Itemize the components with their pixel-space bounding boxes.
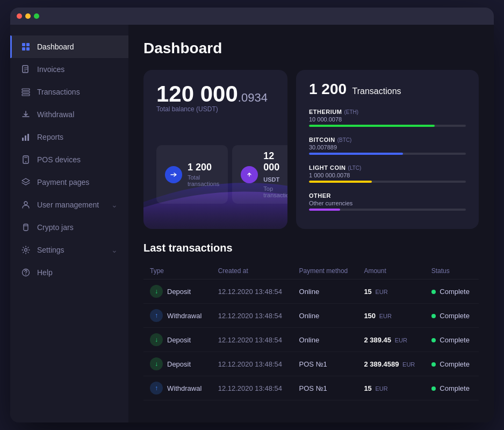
- tx-type-label: Withdrawal: [167, 384, 201, 392]
- tx-created-at: 12.12.2020 13:48:54: [212, 304, 293, 328]
- tx-method: Online: [293, 304, 358, 328]
- sidebar-item-settings[interactable]: Settings ⌄: [10, 239, 128, 261]
- svg-rect-11: [22, 138, 24, 141]
- sidebar-label-pos-devices: POS devices: [37, 155, 81, 164]
- sidebar-item-transactions[interactable]: Transactions: [10, 81, 128, 103]
- top-cards-row: 120 000.0934 Total balance (USDT): [143, 70, 479, 229]
- col-header-created-at: Created at: [212, 263, 293, 280]
- tx-method: Online: [293, 280, 358, 304]
- jar-icon: [21, 223, 31, 232]
- col-header-amount: Amount: [357, 263, 424, 280]
- top-transaction-icon: [241, 166, 258, 183]
- stat-total-transactions: 1 200 Total transactions: [156, 145, 228, 204]
- bar-chart-icon: [21, 132, 31, 142]
- status-label: Complete: [440, 312, 470, 320]
- crypto-name-ltc: LIGHT COIN: [309, 164, 346, 171]
- svg-point-15: [25, 161, 26, 162]
- crypto-row-other: OTHER Other currencies: [309, 190, 466, 211]
- status-label: Complete: [440, 384, 470, 392]
- sidebar-item-help[interactable]: Help: [10, 261, 128, 284]
- sidebar-item-pos-devices[interactable]: POS devices: [10, 148, 128, 171]
- sidebar-item-user-management[interactable]: User management ⌄: [10, 194, 128, 216]
- tx-type-cell: ↓ Deposit: [143, 352, 212, 376]
- svg-rect-8: [22, 89, 30, 90]
- table-row: ↓ Deposit 12.12.2020 13:48:54 Online 15 …: [143, 280, 479, 304]
- crypto-amount-other: Other currencies: [309, 200, 466, 206]
- tx-amount: 2 389.4589 EUR: [357, 352, 424, 376]
- svg-rect-13: [27, 134, 29, 141]
- svg-rect-10: [22, 94, 30, 96]
- svg-point-22: [25, 274, 26, 275]
- browser-dot-red[interactable]: [17, 13, 22, 19]
- tx-type-label: Deposit: [167, 360, 191, 368]
- sidebar-label-user-management: User management: [37, 200, 99, 209]
- tx-amount: 15 EUR: [357, 376, 424, 400]
- table-row: ↓ Deposit 12.12.2020 13:48:54 POS №1 2 3…: [143, 352, 479, 376]
- tx-created-at: 12.12.2020 13:48:54: [212, 376, 293, 400]
- browser-dot-yellow[interactable]: [25, 13, 31, 19]
- stat-top-transaction-value: 12 000 USDT: [263, 150, 287, 184]
- download-icon: [21, 110, 31, 119]
- svg-rect-9: [22, 91, 30, 93]
- sidebar-item-payment-pages[interactable]: Payment pages: [10, 171, 128, 194]
- progress-ltc-fill: [309, 181, 372, 183]
- tx-amount: 15 EUR: [357, 280, 424, 304]
- sidebar-label-withdrawal: Withdrawal: [37, 110, 74, 119]
- tx-amount: 150 EUR: [357, 304, 424, 328]
- crypto-amount-btc: 30.007889: [309, 144, 466, 150]
- tx-status: Complete: [425, 352, 479, 376]
- tx-status: Complete: [425, 304, 479, 328]
- balance-card: 120 000.0934 Total balance (USDT): [143, 70, 287, 229]
- browser-bar: [10, 8, 494, 25]
- crypto-row-ltc: LIGHT COIN(LTC) 1 000 000.0078: [309, 162, 466, 183]
- tx-created-at: 12.12.2020 13:48:54: [212, 328, 293, 352]
- gear-icon: [21, 245, 31, 255]
- sidebar-item-withdrawal[interactable]: Withdrawal: [10, 103, 128, 126]
- last-transactions-section: Last transactions Type Created at Paymen…: [143, 242, 479, 400]
- tx-type-label: Deposit: [167, 336, 191, 344]
- deposit-icon: ↓: [150, 285, 163, 298]
- progress-other-fill: [309, 209, 340, 211]
- crypto-row-eth: ETHERIUM(ETH) 10 000.0078: [309, 106, 466, 127]
- progress-eth-fill: [309, 125, 435, 127]
- sidebar-label-help: Help: [37, 268, 53, 277]
- browser-dot-green[interactable]: [34, 13, 39, 19]
- tx-type-label: Withdrawal: [167, 312, 201, 320]
- progress-eth-bg: [309, 125, 466, 127]
- status-dot: [431, 290, 436, 294]
- sidebar-label-invoices: Invoices: [37, 65, 64, 74]
- sidebar-label-transactions: Transactions: [37, 88, 80, 96]
- balance-stats: 1 200 Total transactions: [156, 145, 275, 204]
- grid-icon: [21, 42, 31, 52]
- col-header-status: Status: [425, 263, 479, 280]
- progress-ltc-bg: [309, 181, 466, 183]
- progress-btc-bg: [309, 153, 466, 155]
- crypto-name-eth: ETHERIUM: [309, 109, 342, 115]
- status-label: Complete: [440, 288, 470, 296]
- stat-total-transactions-value: 1 200: [188, 162, 219, 173]
- tx-type-cell: ↑ Withdrawal: [143, 376, 212, 400]
- stat-top-transaction-label: Top transaction: [263, 185, 287, 198]
- stat-top-transaction: 12 000 USDT Top transaction: [232, 145, 287, 204]
- sidebar-item-invoices[interactable]: Invoices: [10, 58, 128, 81]
- crypto-amount-ltc: 1 000 000.0078: [309, 172, 466, 178]
- crypto-amount-eth: 10 000.0078: [309, 116, 466, 123]
- tx-method: POS №1: [293, 376, 358, 400]
- tx-created-at: 12.12.2020 13:48:54: [212, 280, 293, 304]
- status-label: Complete: [440, 336, 470, 344]
- sidebar-item-crypto-jars[interactable]: Crypto jars: [10, 216, 128, 239]
- sidebar-item-reports[interactable]: Reports: [10, 126, 128, 148]
- sidebar-label-payment-pages: Payment pages: [37, 178, 89, 187]
- sidebar: Dashboard Invoices: [10, 25, 128, 422]
- tx-method: POS №1: [293, 352, 358, 376]
- page-title: Dashboard: [143, 40, 479, 57]
- transactions-breakdown-card: 1 200 Transactions ETHERIUM(ETH) 10 000.…: [296, 70, 479, 229]
- withdrawal-icon: ↑: [150, 382, 163, 395]
- chevron-down-icon-settings: ⌄: [111, 246, 118, 254]
- col-header-type: Type: [143, 263, 212, 280]
- sidebar-item-dashboard[interactable]: Dashboard: [10, 35, 128, 58]
- sidebar-label-crypto-jars: Crypto jars: [37, 223, 74, 232]
- tx-method: Online: [293, 328, 358, 352]
- tx-card-header: 1 200 Transactions: [309, 81, 466, 98]
- svg-rect-18: [24, 224, 28, 231]
